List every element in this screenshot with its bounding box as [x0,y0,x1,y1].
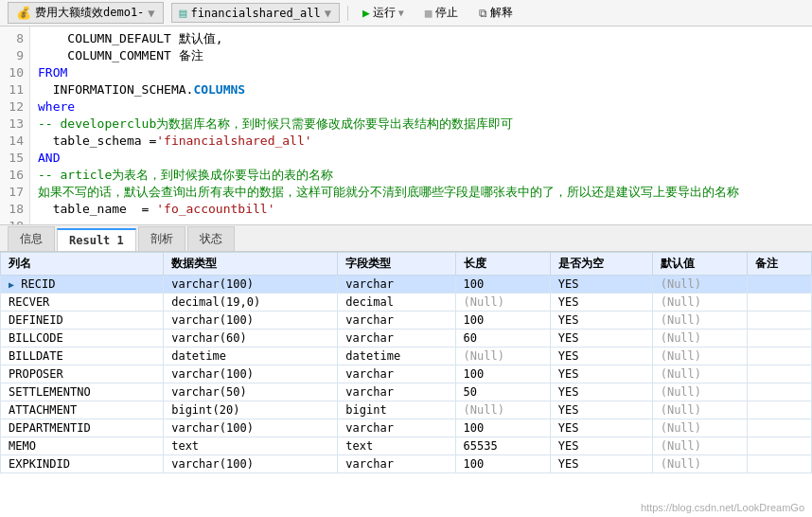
run-label: 运行 [373,5,396,21]
cell-1: varchar [338,419,455,437]
stop-button[interactable]: ■ 停止 [418,2,465,24]
stop-label: 停止 [435,5,458,21]
tab-result-1[interactable]: Result 1 [57,228,136,251]
cell-3: YES [550,383,652,401]
cell-4: (Null) [652,276,747,294]
stop-icon: ■ [425,6,432,20]
table-row[interactable]: ATTACHMENTbigint(20)bigint(Null)YES(Null… [1,401,812,419]
result-table: 列名数据类型字段类型长度是否为空默认值备注 ▶ RECIDvarchar(100… [0,252,812,473]
cell-3: YES [550,312,652,330]
cell-0: varchar(100) [164,276,338,294]
cell-5 [747,276,811,294]
cell-0: text [164,437,338,455]
result-area[interactable]: 列名数据类型字段类型长度是否为空默认值备注 ▶ RECIDvarchar(100… [0,252,812,517]
tab-db-label: financialshared_all [190,7,320,20]
tab-query-1-label: 费用大额绩效demo1- [35,5,144,21]
table-row[interactable]: BILLDATEdatetimedatetime(Null)YES(Null) [1,348,812,365]
cell-0: varchar(50) [164,383,338,401]
code-editor[interactable]: 8910111213141516171819 COLUMN_DEFAULT 默认… [0,27,812,225]
col-header-4[interactable]: 是否为空 [550,253,652,276]
table-row[interactable]: MEMOtexttext65535YES(Null) [1,437,812,455]
cell-name: SETTLEMENTNO [1,383,164,401]
tab-信息[interactable]: 信息 [8,226,55,251]
table-row[interactable]: EXPKINDIDvarchar(100)varchar100YES(Null) [1,455,812,473]
result-tabs: 信息Result 1剖析状态 [0,225,812,252]
cell-3: YES [550,276,652,294]
cell-0: decimal(19,0) [164,294,338,312]
explain-button[interactable]: ⧉ 解释 [472,2,520,24]
cell-3: YES [550,437,652,455]
cell-5 [747,312,811,330]
cell-5 [747,365,811,383]
cell-3: YES [550,365,652,383]
cell-0: varchar(100) [164,365,338,383]
cell-1: varchar [338,455,455,473]
cell-2: 100 [455,365,550,383]
table-row[interactable]: DEPARTMENTIDvarchar(100)varchar100YES(Nu… [1,419,812,437]
cell-0: datetime [164,348,338,365]
cell-1: varchar [338,330,455,348]
cell-3: YES [550,294,652,312]
col-header-3[interactable]: 长度 [455,253,550,276]
tab-query-1[interactable]: 💰 费用大额绩效demo1- ▼ [8,2,164,24]
null-value: (Null) [464,403,504,417]
cell-2: 60 [455,330,550,348]
null-value: (Null) [464,349,504,363]
cell-3: YES [550,455,652,473]
col-header-5[interactable]: 默认值 [652,253,747,276]
col-header-2[interactable]: 字段类型 [338,253,455,276]
cell-2: 65535 [455,437,550,455]
cell-3: YES [550,401,652,419]
cell-5 [747,437,811,455]
cell-1: varchar [338,383,455,401]
cell-4: (Null) [652,294,747,312]
code-content[interactable]: COLUMN_DEFAULT 默认值, COLUMN_COMMENT 备注FRO… [30,27,812,224]
table-row[interactable]: ▶ RECIDvarchar(100)varchar100YES(Null) [1,276,812,294]
table-row[interactable]: BILLCODEvarchar(60)varchar60YES(Null) [1,330,812,348]
explain-label: 解释 [490,5,513,21]
cell-3: YES [550,419,652,437]
cell-2: (Null) [455,348,550,365]
play-icon: ▶ [362,6,370,20]
cell-name: DEPARTMENTID [1,419,164,437]
null-value: (Null) [464,295,504,309]
cell-3: YES [550,330,652,348]
bottom-container: 信息Result 1剖析状态 列名数据类型字段类型长度是否为空默认值备注 ▶ R… [0,225,812,517]
col-header-1[interactable]: 数据类型 [164,253,338,276]
cell-0: varchar(100) [164,455,338,473]
cell-4: (Null) [652,365,747,383]
null-value: (Null) [661,277,701,291]
cell-4: (Null) [652,312,747,330]
cell-1: bigint [338,401,455,419]
table-row[interactable]: RECVERdecimal(19,0)decimal(Null)YES(Null… [1,294,812,312]
table-row[interactable]: DEFINEIDvarchar(100)varchar100YES(Null) [1,312,812,330]
dropdown-icon: ▼ [148,7,154,20]
cell-5 [747,455,811,473]
tab-db[interactable]: ▤ financialshared_all ▼ [171,3,340,23]
table-row[interactable]: PROPOSERvarchar(100)varchar100YES(Null) [1,365,812,383]
tab-剖析[interactable]: 剖析 [138,226,185,251]
cell-0: varchar(100) [164,419,338,437]
null-value: (Null) [661,457,701,471]
cell-4: (Null) [652,419,747,437]
table-row[interactable]: SETTLEMENTNOvarchar(50)varchar50YES(Null… [1,383,812,401]
col-header-6[interactable]: 备注 [747,253,811,276]
toolbar: 💰 费用大额绩效demo1- ▼ ▤ financialshared_all ▼… [0,0,812,27]
run-dropdown-icon: ▼ [398,8,404,18]
cell-5 [747,294,811,312]
null-value: (Null) [661,421,701,435]
watermark: https://blog.csdn.net/LookDreamGo [641,502,804,513]
cell-5 [747,383,811,401]
cell-name: PROPOSER [1,365,164,383]
cell-4: (Null) [652,383,747,401]
cell-2: 100 [455,312,550,330]
db-dropdown-icon: ▼ [325,7,331,20]
null-value: (Null) [661,313,701,327]
tab-状态[interactable]: 状态 [187,226,235,251]
cell-name: MEMO [1,437,164,455]
cell-4: (Null) [652,401,747,419]
col-header-0[interactable]: 列名 [1,253,164,276]
null-value: (Null) [661,295,701,309]
run-button[interactable]: ▶ 运行 ▼ [356,2,411,24]
cell-name: ▶ RECID [1,276,164,294]
